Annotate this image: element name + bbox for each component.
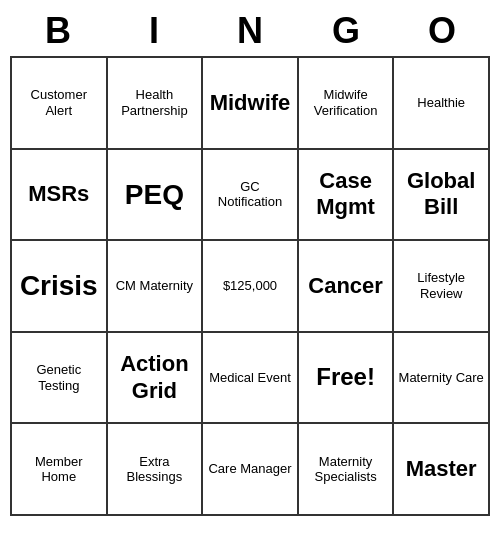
bingo-cell: Cancer bbox=[299, 241, 395, 333]
bingo-cell: $125,000 bbox=[203, 241, 299, 333]
bingo-cell: Case Mgmt bbox=[299, 150, 395, 242]
bingo-cell: Genetic Testing bbox=[12, 333, 108, 425]
bingo-cell: Action Grid bbox=[108, 333, 204, 425]
letter-o: O bbox=[397, 10, 487, 52]
bingo-cell: PEQ bbox=[108, 150, 204, 242]
bingo-header: B I N G O bbox=[10, 10, 490, 52]
bingo-cell: Midwife Verification bbox=[299, 58, 395, 150]
bingo-cell: Customer Alert bbox=[12, 58, 108, 150]
bingo-cell: Healthie bbox=[394, 58, 490, 150]
letter-b: B bbox=[13, 10, 103, 52]
letter-i: I bbox=[109, 10, 199, 52]
bingo-cell: Member Home bbox=[12, 424, 108, 516]
bingo-cell: Maternity Care bbox=[394, 333, 490, 425]
bingo-cell: Extra Blessings bbox=[108, 424, 204, 516]
bingo-cell: Medical Event bbox=[203, 333, 299, 425]
bingo-cell: Master bbox=[394, 424, 490, 516]
bingo-cell: Global Bill bbox=[394, 150, 490, 242]
letter-n: N bbox=[205, 10, 295, 52]
bingo-cell: Lifestyle Review bbox=[394, 241, 490, 333]
letter-g: G bbox=[301, 10, 391, 52]
bingo-cell: Maternity Specialists bbox=[299, 424, 395, 516]
bingo-cell: Midwife bbox=[203, 58, 299, 150]
bingo-grid: Customer AlertHealth PartnershipMidwifeM… bbox=[10, 56, 490, 516]
bingo-cell: MSRs bbox=[12, 150, 108, 242]
bingo-cell: Free! bbox=[299, 333, 395, 425]
bingo-cell: Crisis bbox=[12, 241, 108, 333]
bingo-cell: Health Partnership bbox=[108, 58, 204, 150]
bingo-cell: GC Notification bbox=[203, 150, 299, 242]
bingo-cell: CM Maternity bbox=[108, 241, 204, 333]
bingo-cell: Care Manager bbox=[203, 424, 299, 516]
